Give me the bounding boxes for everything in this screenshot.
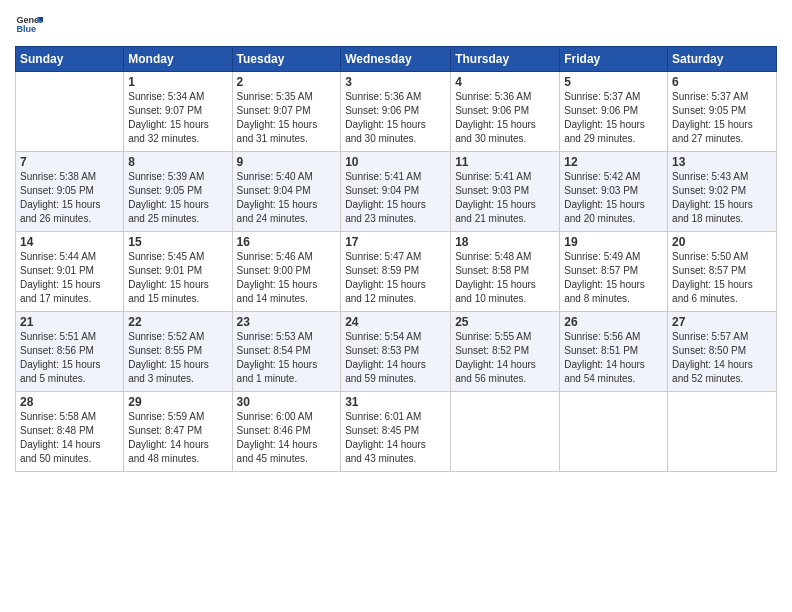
day-info: Sunrise: 5:39 AM Sunset: 9:05 PM Dayligh… <box>128 170 227 226</box>
day-info: Sunrise: 5:47 AM Sunset: 8:59 PM Dayligh… <box>345 250 446 306</box>
day-info: Sunrise: 5:52 AM Sunset: 8:55 PM Dayligh… <box>128 330 227 386</box>
calendar-cell: 27Sunrise: 5:57 AM Sunset: 8:50 PM Dayli… <box>668 312 777 392</box>
calendar-cell: 11Sunrise: 5:41 AM Sunset: 9:03 PM Dayli… <box>451 152 560 232</box>
day-info: Sunrise: 6:00 AM Sunset: 8:46 PM Dayligh… <box>237 410 337 466</box>
calendar-cell: 22Sunrise: 5:52 AM Sunset: 8:55 PM Dayli… <box>124 312 232 392</box>
calendar-cell: 17Sunrise: 5:47 AM Sunset: 8:59 PM Dayli… <box>341 232 451 312</box>
day-info: Sunrise: 5:36 AM Sunset: 9:06 PM Dayligh… <box>345 90 446 146</box>
calendar-cell: 31Sunrise: 6:01 AM Sunset: 8:45 PM Dayli… <box>341 392 451 472</box>
day-info: Sunrise: 5:49 AM Sunset: 8:57 PM Dayligh… <box>564 250 663 306</box>
calendar-cell: 12Sunrise: 5:42 AM Sunset: 9:03 PM Dayli… <box>560 152 668 232</box>
svg-text:Blue: Blue <box>16 24 36 34</box>
calendar-cell: 3Sunrise: 5:36 AM Sunset: 9:06 PM Daylig… <box>341 72 451 152</box>
day-info: Sunrise: 5:56 AM Sunset: 8:51 PM Dayligh… <box>564 330 663 386</box>
calendar-cell <box>668 392 777 472</box>
day-info: Sunrise: 5:58 AM Sunset: 8:48 PM Dayligh… <box>20 410 119 466</box>
calendar-cell: 14Sunrise: 5:44 AM Sunset: 9:01 PM Dayli… <box>16 232 124 312</box>
day-number: 11 <box>455 155 555 169</box>
logo-icon: General Blue <box>15 10 43 38</box>
weekday-header-sunday: Sunday <box>16 47 124 72</box>
day-info: Sunrise: 5:42 AM Sunset: 9:03 PM Dayligh… <box>564 170 663 226</box>
calendar-cell: 2Sunrise: 5:35 AM Sunset: 9:07 PM Daylig… <box>232 72 341 152</box>
calendar-cell: 13Sunrise: 5:43 AM Sunset: 9:02 PM Dayli… <box>668 152 777 232</box>
day-number: 26 <box>564 315 663 329</box>
calendar-cell: 1Sunrise: 5:34 AM Sunset: 9:07 PM Daylig… <box>124 72 232 152</box>
calendar-cell: 10Sunrise: 5:41 AM Sunset: 9:04 PM Dayli… <box>341 152 451 232</box>
day-number: 5 <box>564 75 663 89</box>
day-number: 1 <box>128 75 227 89</box>
day-info: Sunrise: 5:51 AM Sunset: 8:56 PM Dayligh… <box>20 330 119 386</box>
day-number: 12 <box>564 155 663 169</box>
weekday-header-wednesday: Wednesday <box>341 47 451 72</box>
calendar-cell: 25Sunrise: 5:55 AM Sunset: 8:52 PM Dayli… <box>451 312 560 392</box>
day-number: 2 <box>237 75 337 89</box>
calendar-cell: 19Sunrise: 5:49 AM Sunset: 8:57 PM Dayli… <box>560 232 668 312</box>
day-number: 21 <box>20 315 119 329</box>
calendar-cell <box>16 72 124 152</box>
day-number: 3 <box>345 75 446 89</box>
day-number: 6 <box>672 75 772 89</box>
day-info: Sunrise: 5:36 AM Sunset: 9:06 PM Dayligh… <box>455 90 555 146</box>
day-number: 7 <box>20 155 119 169</box>
day-info: Sunrise: 5:38 AM Sunset: 9:05 PM Dayligh… <box>20 170 119 226</box>
day-number: 31 <box>345 395 446 409</box>
calendar-cell: 24Sunrise: 5:54 AM Sunset: 8:53 PM Dayli… <box>341 312 451 392</box>
day-number: 15 <box>128 235 227 249</box>
day-number: 24 <box>345 315 446 329</box>
day-number: 14 <box>20 235 119 249</box>
day-info: Sunrise: 5:45 AM Sunset: 9:01 PM Dayligh… <box>128 250 227 306</box>
weekday-header-monday: Monday <box>124 47 232 72</box>
day-number: 20 <box>672 235 772 249</box>
weekday-header-tuesday: Tuesday <box>232 47 341 72</box>
day-number: 16 <box>237 235 337 249</box>
day-info: Sunrise: 5:34 AM Sunset: 9:07 PM Dayligh… <box>128 90 227 146</box>
calendar-cell: 30Sunrise: 6:00 AM Sunset: 8:46 PM Dayli… <box>232 392 341 472</box>
day-number: 19 <box>564 235 663 249</box>
calendar-cell <box>451 392 560 472</box>
day-number: 22 <box>128 315 227 329</box>
day-info: Sunrise: 5:48 AM Sunset: 8:58 PM Dayligh… <box>455 250 555 306</box>
weekday-header-thursday: Thursday <box>451 47 560 72</box>
calendar-cell: 6Sunrise: 5:37 AM Sunset: 9:05 PM Daylig… <box>668 72 777 152</box>
week-row-4: 28Sunrise: 5:58 AM Sunset: 8:48 PM Dayli… <box>16 392 777 472</box>
page-header: General Blue <box>15 10 777 38</box>
day-info: Sunrise: 5:55 AM Sunset: 8:52 PM Dayligh… <box>455 330 555 386</box>
day-info: Sunrise: 5:59 AM Sunset: 8:47 PM Dayligh… <box>128 410 227 466</box>
week-row-1: 7Sunrise: 5:38 AM Sunset: 9:05 PM Daylig… <box>16 152 777 232</box>
day-number: 18 <box>455 235 555 249</box>
day-number: 29 <box>128 395 227 409</box>
day-info: Sunrise: 5:35 AM Sunset: 9:07 PM Dayligh… <box>237 90 337 146</box>
day-info: Sunrise: 6:01 AM Sunset: 8:45 PM Dayligh… <box>345 410 446 466</box>
day-number: 25 <box>455 315 555 329</box>
day-number: 10 <box>345 155 446 169</box>
day-info: Sunrise: 5:37 AM Sunset: 9:05 PM Dayligh… <box>672 90 772 146</box>
week-row-2: 14Sunrise: 5:44 AM Sunset: 9:01 PM Dayli… <box>16 232 777 312</box>
day-number: 28 <box>20 395 119 409</box>
day-number: 9 <box>237 155 337 169</box>
day-info: Sunrise: 5:53 AM Sunset: 8:54 PM Dayligh… <box>237 330 337 386</box>
day-info: Sunrise: 5:54 AM Sunset: 8:53 PM Dayligh… <box>345 330 446 386</box>
calendar-cell: 5Sunrise: 5:37 AM Sunset: 9:06 PM Daylig… <box>560 72 668 152</box>
week-row-0: 1Sunrise: 5:34 AM Sunset: 9:07 PM Daylig… <box>16 72 777 152</box>
calendar-cell: 26Sunrise: 5:56 AM Sunset: 8:51 PM Dayli… <box>560 312 668 392</box>
calendar-cell: 8Sunrise: 5:39 AM Sunset: 9:05 PM Daylig… <box>124 152 232 232</box>
calendar-cell: 28Sunrise: 5:58 AM Sunset: 8:48 PM Dayli… <box>16 392 124 472</box>
calendar-cell: 18Sunrise: 5:48 AM Sunset: 8:58 PM Dayli… <box>451 232 560 312</box>
day-number: 17 <box>345 235 446 249</box>
calendar-cell: 20Sunrise: 5:50 AM Sunset: 8:57 PM Dayli… <box>668 232 777 312</box>
day-number: 4 <box>455 75 555 89</box>
calendar-cell: 29Sunrise: 5:59 AM Sunset: 8:47 PM Dayli… <box>124 392 232 472</box>
calendar-cell: 4Sunrise: 5:36 AM Sunset: 9:06 PM Daylig… <box>451 72 560 152</box>
calendar-cell: 16Sunrise: 5:46 AM Sunset: 9:00 PM Dayli… <box>232 232 341 312</box>
calendar-cell: 23Sunrise: 5:53 AM Sunset: 8:54 PM Dayli… <box>232 312 341 392</box>
calendar-cell: 15Sunrise: 5:45 AM Sunset: 9:01 PM Dayli… <box>124 232 232 312</box>
calendar-cell: 7Sunrise: 5:38 AM Sunset: 9:05 PM Daylig… <box>16 152 124 232</box>
day-info: Sunrise: 5:40 AM Sunset: 9:04 PM Dayligh… <box>237 170 337 226</box>
day-number: 30 <box>237 395 337 409</box>
weekday-header-saturday: Saturday <box>668 47 777 72</box>
day-number: 8 <box>128 155 227 169</box>
week-row-3: 21Sunrise: 5:51 AM Sunset: 8:56 PM Dayli… <box>16 312 777 392</box>
calendar-cell: 21Sunrise: 5:51 AM Sunset: 8:56 PM Dayli… <box>16 312 124 392</box>
day-number: 27 <box>672 315 772 329</box>
day-info: Sunrise: 5:57 AM Sunset: 8:50 PM Dayligh… <box>672 330 772 386</box>
